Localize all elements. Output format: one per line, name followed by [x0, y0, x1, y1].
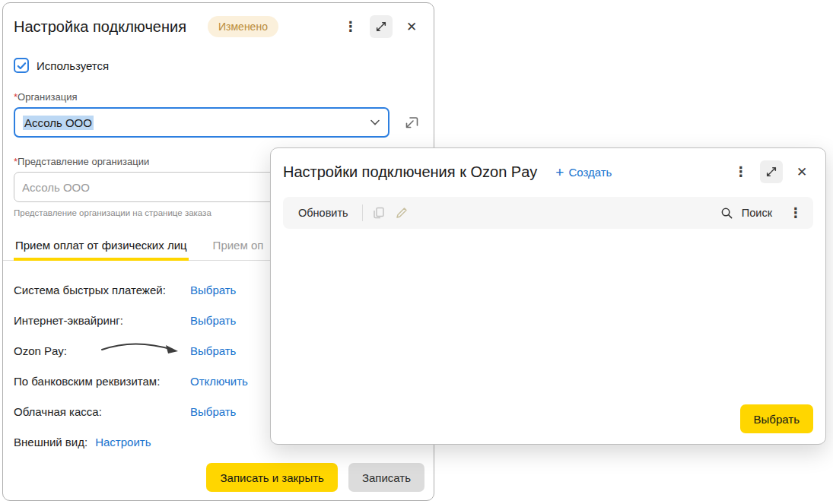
close-button[interactable]: ✕ [790, 160, 813, 183]
modal-list-area [271, 229, 825, 404]
modal-actions: ⋮ ✕ [730, 160, 813, 183]
modal-header: Настройки подключения к Ozon Pay + Созда… [271, 148, 825, 183]
menu-button[interactable]: ⋮ [730, 160, 752, 183]
close-icon: ✕ [406, 21, 417, 33]
close-icon: ✕ [796, 166, 807, 179]
expand-icon [765, 166, 777, 178]
chevron-down-icon [370, 119, 380, 126]
tab-individual-payments[interactable]: Прием оплат от физических лиц [14, 234, 189, 261]
save-button[interactable]: Записать [348, 463, 424, 492]
toolbar-divider [362, 204, 363, 221]
window-actions: ⋮ ✕ [339, 15, 423, 38]
close-button[interactable]: ✕ [400, 15, 423, 38]
window-footer: Записать и закрыть Записать [206, 463, 424, 492]
modal-toolbar: Обновить Поиск [283, 197, 813, 229]
setting-label: Внешний вид: [14, 436, 87, 449]
used-checkbox-label: Используется [37, 59, 109, 72]
toolbar-menu-button[interactable]: ⋮ [784, 201, 807, 224]
sbp-select-link[interactable]: Выбрать [190, 284, 236, 296]
modal-title: Настройки подключения к Ozon Pay [283, 163, 537, 181]
copy-button[interactable] [367, 201, 390, 224]
plus-icon: + [555, 165, 564, 179]
org-value-text: Ассоль ООО [23, 116, 94, 130]
used-row: Используется [14, 58, 423, 73]
org-combo-row: Ассоль ООО [14, 107, 423, 138]
refresh-button[interactable]: Обновить [289, 207, 358, 219]
org-combobox[interactable]: Ассоль ООО [14, 107, 389, 138]
cloud-kassa-select-link[interactable]: Выбрать [190, 405, 236, 418]
bank-details-disable-link[interactable]: Отключить [190, 375, 248, 388]
menu-button[interactable]: ⋮ [339, 15, 362, 38]
ozon-pay-select-link[interactable]: Выбрать [190, 344, 236, 357]
expand-button[interactable] [370, 15, 393, 38]
setting-label: По банковским реквизитам: [14, 375, 190, 388]
copy-icon [372, 206, 386, 220]
checkmark-icon [17, 61, 27, 71]
used-checkbox[interactable] [14, 58, 29, 73]
modal-select-button[interactable]: Выбрать [740, 404, 813, 433]
save-and-close-button[interactable]: Записать и закрыть [206, 463, 337, 492]
setting-label: Ozon Pay: [14, 344, 190, 357]
toolbar-right: Поиск ⋮ [716, 201, 807, 224]
search-label: Поиск [742, 207, 772, 219]
expand-button[interactable] [760, 160, 783, 183]
search-icon [720, 207, 733, 220]
tab-legal-payments[interactable]: Прием оп [211, 234, 265, 261]
select-from-list-icon [403, 114, 420, 131]
expand-icon [375, 21, 387, 33]
page-title: Настройка подключения [14, 18, 186, 36]
window-header: Настройка подключения Изменено ⋮ ✕ [3, 3, 434, 38]
kebab-icon: ⋮ [734, 165, 748, 179]
select-from-list-button[interactable] [400, 111, 423, 134]
create-button-label: Создать [568, 166, 612, 179]
screen: Настройка подключения Изменено ⋮ ✕ [0, 0, 833, 504]
edit-button[interactable] [390, 201, 413, 224]
kebab-icon: ⋮ [344, 20, 358, 33]
edit-icon [395, 206, 409, 220]
org-field-label: *Организация [14, 91, 423, 103]
setting-label: Облачная касса: [14, 405, 190, 418]
appearance-configure-link[interactable]: Настроить [95, 436, 151, 449]
kebab-icon: ⋮ [789, 206, 803, 220]
create-button[interactable]: + Создать [555, 165, 612, 179]
ozon-pay-settings-modal: Настройки подключения к Ozon Pay + Созда… [270, 147, 826, 445]
setting-label: Система быстрых платежей: [14, 284, 190, 296]
acquiring-select-link[interactable]: Выбрать [190, 314, 236, 327]
setting-label: Интернет-эквайринг: [14, 314, 190, 327]
search-button[interactable] [716, 201, 739, 224]
modified-badge: Изменено [208, 16, 278, 37]
